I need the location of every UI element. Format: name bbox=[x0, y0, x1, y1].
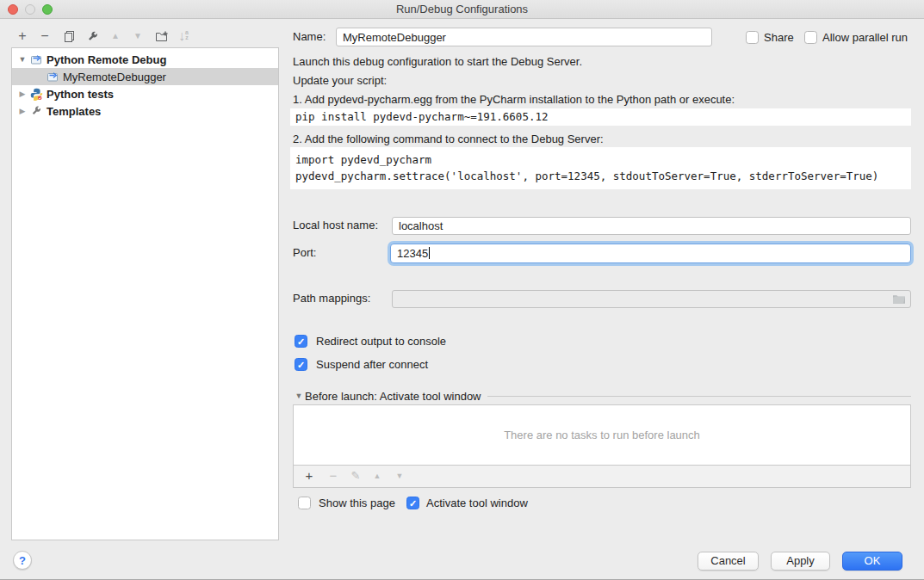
local-host-name-input[interactable] bbox=[392, 217, 911, 235]
text-caret bbox=[429, 247, 430, 259]
step2-text: 2. Add the following command to connect … bbox=[293, 131, 604, 148]
tree-item-label: MyRemoteDebugger bbox=[63, 71, 166, 83]
python-logo-icon bbox=[30, 88, 43, 101]
show-this-page-label: Show this page bbox=[319, 495, 395, 512]
browse-folder-icon[interactable] bbox=[892, 293, 906, 307]
show-this-page-checkbox[interactable] bbox=[298, 497, 311, 509]
check-icon: ✓ bbox=[297, 336, 305, 347]
sort-alphabetically-icon[interactable]: ↓az bbox=[175, 28, 192, 45]
cancel-button[interactable]: Cancel bbox=[698, 552, 759, 571]
code-line-import: import pydevd_pycharm bbox=[295, 153, 431, 166]
remove-configuration-icon[interactable]: − bbox=[36, 28, 53, 45]
port-value: 12345 bbox=[397, 247, 428, 260]
step1-text: 1. Add pydevd-pycharm.egg from the PyCha… bbox=[293, 91, 735, 108]
port-label: Port: bbox=[293, 244, 316, 262]
path-mappings-input[interactable] bbox=[392, 290, 911, 308]
activate-tool-window-label: Activate tool window bbox=[426, 495, 528, 512]
section-divider bbox=[487, 396, 911, 397]
twisty-expanded-icon[interactable]: ▼ bbox=[16, 55, 28, 64]
settrace-code-block: import pydevd_pycharmpydevd_pycharm.sett… bbox=[290, 147, 911, 189]
copy-configuration-icon[interactable] bbox=[60, 28, 78, 45]
before-launch-header: ▼ Before launch: Activate tool window bbox=[293, 387, 911, 404]
redirect-output-label: Redirect output to console bbox=[316, 333, 446, 350]
port-input[interactable]: 12345 bbox=[390, 244, 911, 263]
path-mappings-label: Path mappings: bbox=[293, 290, 370, 307]
no-tasks-text: There are no tasks to run before launch bbox=[294, 405, 910, 465]
intro-text: Launch this debug configuration to start… bbox=[293, 53, 582, 71]
move-task-down-icon[interactable]: ▼ bbox=[391, 467, 408, 484]
zoom-button[interactable] bbox=[42, 4, 53, 15]
suspend-after-connect-checkbox[interactable]: ✓ bbox=[295, 358, 307, 371]
twisty-expanded-icon[interactable]: ▼ bbox=[293, 392, 305, 400]
before-launch-tasks-list[interactable]: There are no tasks to run before launch bbox=[293, 404, 911, 466]
minimize-button[interactable] bbox=[25, 4, 35, 15]
run-config-icon bbox=[47, 71, 59, 83]
close-button[interactable] bbox=[8, 4, 18, 15]
pip-install-code: pip install pydevd-pycharm~=191.6605.12 bbox=[290, 108, 911, 126]
add-configuration-icon[interactable]: + bbox=[14, 28, 31, 45]
configurations-tree: ▼ Python Remote Debug MyRemoteDebugger ▶… bbox=[11, 47, 279, 540]
name-label: Name: bbox=[293, 28, 326, 46]
tree-item-label: Python Remote Debug bbox=[47, 53, 166, 66]
redirect-output-checkbox[interactable]: ✓ bbox=[295, 335, 307, 348]
edit-task-icon[interactable]: ✎ bbox=[347, 467, 364, 484]
before-launch-title: Before launch: Activate tool window bbox=[305, 390, 481, 403]
wrench-icon bbox=[30, 105, 43, 118]
help-button[interactable]: ? bbox=[13, 551, 32, 570]
check-icon: ✓ bbox=[297, 360, 305, 370]
share-label: Share bbox=[764, 29, 794, 46]
tasks-toolbar: + − ✎ ▲ ▼ bbox=[293, 466, 911, 488]
tree-item-myremotedebugger[interactable]: MyRemoteDebugger bbox=[12, 68, 278, 85]
move-up-icon[interactable]: ▲ bbox=[107, 28, 124, 45]
name-input[interactable] bbox=[336, 28, 712, 46]
check-icon: ✓ bbox=[409, 498, 417, 509]
remove-task-icon[interactable]: − bbox=[325, 467, 342, 484]
run-config-icon bbox=[30, 53, 43, 66]
allow-parallel-run-checkbox[interactable] bbox=[804, 31, 817, 44]
new-folder-icon[interactable] bbox=[153, 28, 171, 45]
tree-item-templates[interactable]: ▶ Templates bbox=[12, 102, 278, 120]
edit-templates-wrench-icon[interactable] bbox=[84, 28, 101, 45]
window-title: Run/Debug Configurations bbox=[0, 0, 924, 18]
move-down-icon[interactable]: ▼ bbox=[129, 28, 146, 45]
share-checkbox[interactable] bbox=[746, 31, 759, 44]
update-script-text: Update your script: bbox=[293, 72, 387, 89]
tree-item-python-tests[interactable]: ▶ Python tests bbox=[12, 85, 278, 102]
move-task-up-icon[interactable]: ▲ bbox=[369, 467, 386, 484]
code-line-settrace: pydevd_pycharm.settrace('localhost', por… bbox=[295, 170, 878, 182]
tree-item-python-remote-debug[interactable]: ▼ Python Remote Debug bbox=[12, 51, 278, 68]
allow-parallel-run-label: Allow parallel run bbox=[822, 29, 908, 46]
suspend-after-connect-label: Suspend after connect bbox=[316, 356, 428, 373]
run-debug-configurations-dialog: Run/Debug Configurations + − ▲ ▼ ↓az ▼ P… bbox=[0, 0, 924, 580]
twisty-collapsed-icon[interactable]: ▶ bbox=[16, 89, 28, 98]
apply-button[interactable]: Apply bbox=[771, 552, 830, 571]
local-host-name-label: Local host name: bbox=[293, 217, 378, 234]
add-task-icon[interactable]: + bbox=[301, 467, 318, 484]
twisty-collapsed-icon[interactable]: ▶ bbox=[16, 107, 28, 115]
tree-item-label: Python tests bbox=[47, 88, 114, 101]
title-bar: Run/Debug Configurations bbox=[0, 0, 924, 19]
activate-tool-window-checkbox[interactable]: ✓ bbox=[406, 497, 419, 509]
tree-item-label: Templates bbox=[47, 105, 101, 118]
ok-button[interactable]: OK bbox=[842, 552, 902, 571]
